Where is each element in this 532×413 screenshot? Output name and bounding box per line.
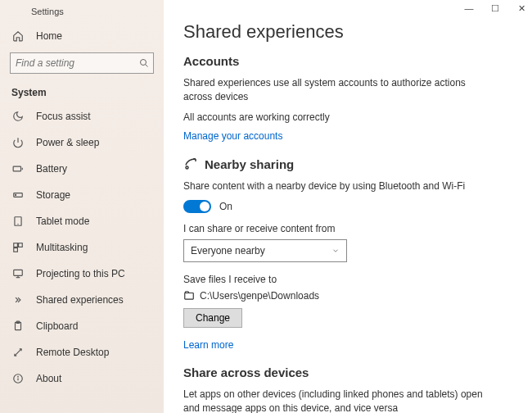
save-path-row: C:\Users\genpe\Downloads [183,290,512,302]
nearby-desc: Share content with a nearby device by us… [183,179,494,193]
sidebar-item-label: Projecting to this PC [36,268,125,279]
nearby-heading-row: Nearby sharing [183,157,512,171]
svg-rect-11 [14,248,18,252]
share-from-dropdown[interactable]: Everyone nearby [183,239,347,262]
across-desc: Let apps on other devices (including lin… [183,388,494,413]
dropdown-value: Everyone nearby [191,245,265,256]
sidebar-item-shared-experiences[interactable]: Shared experiences [0,287,164,313]
learn-more-link[interactable]: Learn more [183,339,512,351]
sidebar-item-clipboard[interactable]: Clipboard [0,313,164,339]
manage-accounts-link[interactable]: Manage your accounts [183,130,512,142]
sidebar-item-tablet-mode[interactable]: Tablet mode [0,208,164,234]
storage-icon [11,188,25,202]
sidebar-item-storage[interactable]: Storage [0,182,164,208]
project-icon [11,267,25,280]
sidebar-item-remote-desktop[interactable]: Remote Desktop [0,339,164,365]
moon-icon [11,110,25,123]
main-panel: — ☐ ✕ Shared experiences Accounts Shared… [164,0,532,413]
sidebar: Settings Home System Focus assist Power … [0,0,164,413]
svg-point-17 [18,376,19,377]
across-heading: Share across devices [183,365,512,379]
sidebar-item-projecting[interactable]: Projecting to this PC [0,261,164,287]
sidebar-item-label: Multitasking [36,242,88,253]
accounts-status: All accounts are working correctly [183,111,494,125]
nearby-share-icon [183,157,198,171]
search-input[interactable] [16,57,139,69]
svg-rect-3 [13,166,20,171]
sidebar-item-label: Tablet mode [36,216,89,227]
minimize-button[interactable]: — [463,3,475,14]
nearby-toggle-row: On [183,200,512,213]
sidebar-section-label: System [0,82,164,103]
home-icon [11,30,25,43]
accounts-section: Accounts Shared experiences use all syst… [183,54,512,142]
remote-icon [11,346,25,359]
share-from-label: I can share or receive content from [183,223,512,234]
nearby-heading: Nearby sharing [205,157,294,171]
svg-point-0 [141,60,147,66]
clipboard-icon [11,320,25,333]
nearby-toggle-label: On [219,201,232,212]
sidebar-item-focus-assist[interactable]: Focus assist [0,103,164,129]
window-title: Settings [0,5,164,23]
close-button[interactable]: ✕ [516,3,527,14]
svg-rect-10 [19,243,23,247]
svg-line-1 [146,65,148,67]
sidebar-item-label: Remote Desktop [36,347,109,358]
maximize-button[interactable]: ☐ [489,3,501,14]
search-icon [139,58,149,68]
sidebar-item-label: About [36,373,61,384]
multitask-icon [11,241,25,254]
sidebar-item-label: Battery [36,163,67,175]
svg-rect-19 [185,293,194,300]
across-section: Share across devices Let apps on other d… [183,365,512,413]
battery-icon [11,162,25,175]
share-icon [11,293,25,306]
power-icon [11,136,25,149]
sidebar-item-label: Clipboard [36,320,78,332]
sidebar-home[interactable]: Home [0,23,164,49]
info-icon [11,372,25,385]
save-to-label: Save files I receive to [183,274,512,285]
sidebar-item-label: Power & sleep [36,137,99,148]
sidebar-item-multitasking[interactable]: Multitasking [0,234,164,261]
accounts-heading: Accounts [183,54,512,68]
chevron-down-icon [331,247,340,255]
folder-icon [183,290,195,302]
sidebar-item-label: Storage [36,189,70,201]
sidebar-item-label: Shared experiences [36,294,124,306]
page-title: Shared experiences [183,21,512,43]
svg-point-6 [16,194,16,195]
nearby-toggle[interactable] [183,200,211,213]
window-controls: — ☐ ✕ [463,3,527,14]
accounts-desc: Shared experiences use all system accoun… [183,76,494,104]
sidebar-item-about[interactable]: About [0,365,164,392]
nearby-section: Nearby sharing Share content with a near… [183,157,512,351]
sidebar-home-label: Home [36,30,62,42]
tablet-icon [11,215,25,228]
svg-rect-12 [14,270,23,275]
svg-rect-9 [14,243,18,247]
search-input-container[interactable] [10,52,154,74]
sidebar-item-label: Focus assist [36,111,91,122]
svg-point-18 [186,166,188,169]
search-wrap [0,49,164,82]
change-button[interactable]: Change [183,308,242,328]
sidebar-item-battery[interactable]: Battery [0,156,164,182]
save-path-value: C:\Users\genpe\Downloads [200,290,319,302]
sidebar-item-power-sleep[interactable]: Power & sleep [0,129,164,156]
